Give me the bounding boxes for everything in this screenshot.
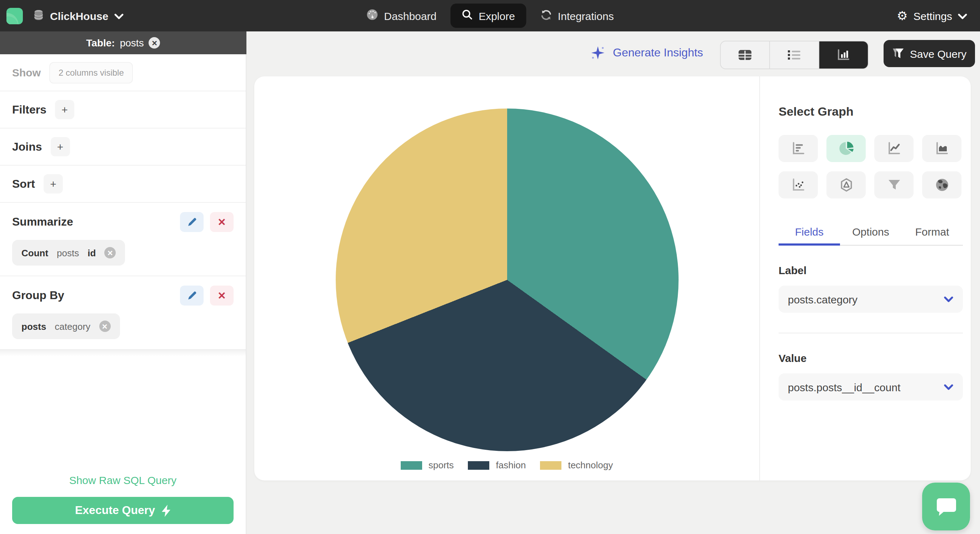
chip-table: posts: [57, 247, 79, 258]
list-view-button[interactable]: [770, 41, 819, 68]
graph-type-bar-chart[interactable]: [779, 135, 818, 162]
graph-type-scatter-plot[interactable]: [779, 171, 818, 199]
graph-type-grid: [779, 135, 962, 199]
add-filter-button[interactable]: +: [55, 100, 74, 119]
delete-summarize-button[interactable]: ✕: [210, 212, 234, 232]
generate-insights-label: Generate Insights: [613, 46, 703, 59]
scatter-plot-icon: [791, 177, 806, 193]
sync-icon: [541, 9, 552, 22]
joins-section: Joins +: [0, 129, 246, 165]
label-section-title: Label: [779, 264, 962, 276]
graph-type-line-chart[interactable]: [874, 135, 913, 162]
generate-insights-button[interactable]: Generate Insights: [590, 45, 703, 61]
lightning-icon: [161, 504, 171, 517]
graph-type-radar-chart[interactable]: [826, 171, 866, 199]
value-field-select[interactable]: posts.posts__id__count: [779, 373, 963, 400]
add-sort-button[interactable]: +: [44, 174, 63, 194]
query-builder-sidebar: Show 2 columns visible Filters + Joins +…: [0, 54, 247, 534]
app-logo[interactable]: [6, 8, 23, 24]
radar-chart-icon: [838, 177, 854, 193]
database-selector[interactable]: ClickHouse: [33, 9, 123, 22]
legend-item[interactable]: technology: [540, 460, 613, 470]
columns-visible-badge[interactable]: 2 columns visible: [49, 62, 133, 83]
summarize-section: Summarize ✕ Count posts id ✕: [0, 203, 246, 276]
add-join-button[interactable]: +: [51, 137, 70, 156]
table-bar-prefix: Table:: [86, 37, 115, 49]
chip-field: id: [88, 247, 96, 258]
label-field-value: posts.category: [788, 293, 858, 305]
joins-label: Joins: [12, 140, 42, 153]
legend-label: fashion: [496, 460, 526, 470]
table-view-button[interactable]: [721, 41, 770, 68]
bar-chart-icon: [791, 141, 806, 156]
area-chart-icon: [934, 141, 950, 156]
nav-label: Dashboard: [384, 10, 436, 22]
sort-label: Sort: [12, 177, 35, 190]
label-field-select[interactable]: posts.category: [779, 286, 963, 313]
filter-icon: [892, 48, 904, 59]
pie-chart-icon: [838, 141, 854, 156]
app-viewport: ClickHouse Dashboard Explore: [0, 0, 980, 534]
section-divider: [0, 349, 246, 356]
pencil-icon: [187, 217, 197, 227]
globe-icon: [934, 177, 950, 193]
remove-group-by-chip-button[interactable]: ✕: [99, 321, 110, 332]
tab-options[interactable]: Options: [840, 220, 901, 245]
graph-type-map-chart[interactable]: [922, 171, 961, 199]
edit-group-by-button[interactable]: [180, 286, 204, 305]
filters-section: Filters +: [0, 91, 246, 129]
tab-fields[interactable]: Fields: [779, 220, 840, 245]
chat-widget-button[interactable]: [922, 483, 970, 531]
table-icon: [738, 49, 752, 61]
execute-query-button[interactable]: Execute Query: [12, 497, 234, 524]
search-icon: [462, 9, 473, 22]
legend-item[interactable]: sports: [401, 460, 454, 470]
legend-swatch: [468, 461, 490, 469]
database-name: ClickHouse: [50, 10, 108, 22]
nav-item-dashboard[interactable]: Dashboard: [359, 3, 444, 28]
value-section-title: Value: [779, 352, 962, 364]
chart-area: sports fashion technology: [254, 76, 760, 480]
settings-menu[interactable]: ⚙ Settings: [897, 0, 967, 32]
graph-type-area-chart[interactable]: [922, 135, 961, 162]
group-by-label: Group By: [12, 289, 64, 302]
tab-format[interactable]: Format: [901, 220, 963, 245]
value-field-value: posts.posts__id__count: [788, 381, 900, 393]
execute-query-label: Execute Query: [75, 504, 155, 517]
show-raw-sql-link[interactable]: Show Raw SQL Query: [0, 474, 246, 486]
group-by-section: Group By ✕ posts category ✕: [0, 276, 246, 349]
remove-table-button[interactable]: ✕: [149, 37, 161, 49]
chip-field: category: [55, 321, 91, 332]
pencil-icon: [187, 291, 197, 300]
nav-item-integrations[interactable]: Integrations: [534, 4, 621, 27]
panel-tabs: Fields Options Format: [779, 220, 963, 246]
save-query-button[interactable]: Save Query: [884, 40, 975, 67]
chevron-down-icon: [958, 10, 967, 22]
chevron-down-icon: [943, 296, 954, 302]
bar-chart-icon: [837, 49, 851, 61]
sort-section: Sort +: [0, 165, 246, 203]
results-card: sports fashion technology Select Graph: [254, 76, 971, 480]
filters-label: Filters: [12, 103, 46, 116]
edit-summarize-button[interactable]: [180, 212, 204, 232]
table-name: posts: [120, 37, 144, 49]
gear-icon: ⚙: [897, 10, 908, 22]
select-graph-title: Select Graph: [779, 105, 962, 119]
graph-type-pie-chart[interactable]: [826, 135, 866, 162]
group-by-chip[interactable]: posts category ✕: [12, 313, 119, 339]
remove-summarize-chip-button[interactable]: ✕: [104, 247, 116, 258]
database-icon: [33, 9, 44, 22]
funnel-icon: [886, 177, 902, 193]
nav-label: Integrations: [558, 10, 614, 22]
show-section: Show 2 columns visible: [0, 54, 246, 91]
delete-group-by-button[interactable]: ✕: [210, 286, 234, 305]
list-icon: [787, 49, 802, 61]
summarize-chip[interactable]: Count posts id ✕: [12, 240, 125, 265]
sparkle-icon: [590, 45, 606, 61]
graph-type-funnel-chart[interactable]: [874, 171, 913, 199]
chart-view-button[interactable]: [819, 41, 868, 68]
nav-item-explore[interactable]: Explore: [451, 3, 527, 28]
pie-chart[interactable]: [336, 108, 679, 451]
legend-swatch: [540, 461, 562, 469]
legend-item[interactable]: fashion: [468, 460, 526, 470]
